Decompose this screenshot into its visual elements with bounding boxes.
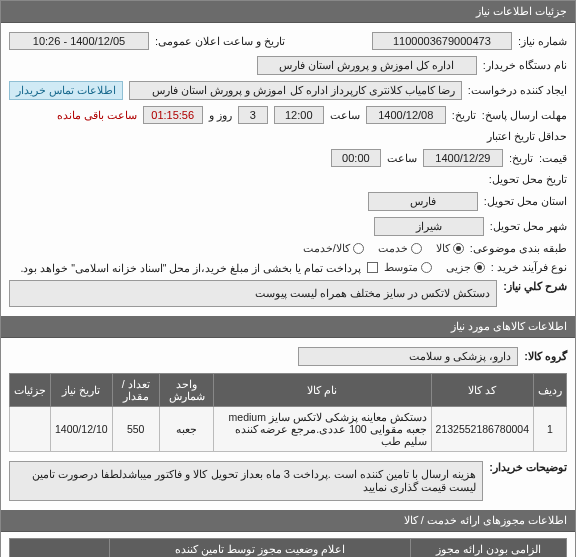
public-announce-value: 1400/12/05 - 10:26 [9, 32, 149, 50]
process-partial-radio[interactable]: جزیی [446, 261, 485, 274]
items-table: ردیف کد کالا نام کالا واحد شمارش تعداد /… [9, 373, 567, 452]
class-goods-radio[interactable]: کالا [436, 242, 464, 255]
response-days-value: 3 [238, 106, 268, 124]
table-row: 1 2132552186780004 دستکش معاینه پزشکی لا… [10, 407, 567, 452]
process-medium-radio[interactable]: متوسط [384, 261, 432, 274]
cell-date: 1400/12/10 [51, 407, 113, 452]
validity-time-value: 00:00 [331, 149, 381, 167]
treasury-note: پرداخت تمام یا بخشی از مبلغ خرید،از محل … [20, 262, 360, 274]
goods-group-label: گروه کالا: [524, 350, 567, 363]
details-section-header: جزئیات اطلاعات نیاز [1, 1, 575, 23]
radio-icon [411, 243, 422, 254]
requester-label: ایجاد کننده درخواست: [468, 84, 567, 97]
price-word-label: قیمت: [539, 152, 567, 165]
need-no-value: 1100003679000473 [372, 32, 512, 50]
cell-name: دستکش معاینه پزشکی لاتکس سایز medium جعب… [214, 407, 431, 452]
radio-icon [421, 262, 432, 273]
process-type-label: نوع فرآیند خرید : [491, 261, 567, 274]
need-no-label: شماره نیاز: [518, 35, 567, 48]
commodity-class-label: طبقه بندی موضوعی: [470, 242, 567, 255]
col-mandatory: الزامی بودن ارائه مجوز [411, 539, 567, 558]
treasury-checkbox[interactable] [367, 262, 378, 273]
date-word-1: تاریخ: [452, 109, 476, 122]
col-status: اعلام وضعیت مجوز توسط تامین کننده [110, 539, 411, 558]
remaining-label: ساعت باقی مانده [57, 109, 137, 122]
buyer-org-label: نام دستگاه خریدار: [483, 59, 567, 72]
permits-header-row: الزامی بودن ارائه مجوز اعلام وضعیت مجوز … [10, 539, 567, 558]
goods-group-value: دارو، پزشکی و سلامت [298, 347, 518, 366]
class-goods-label: کالا [436, 242, 450, 255]
col-code: کد کالا [431, 374, 533, 407]
buyer-contact-link[interactable]: اطلاعات تماس خریدار [9, 81, 123, 100]
time-word-2: ساعت [387, 152, 417, 165]
day-and-label: روز و [209, 109, 232, 122]
permits-table: الزامی بودن ارائه مجوز اعلام وضعیت مجوز … [9, 538, 567, 557]
items-body: گروه کالا: دارو، پزشکی و سلامت ردیف کد ک… [1, 338, 575, 510]
date-word-2: تاریخ: [509, 152, 533, 165]
cell-unit: جعبه [159, 407, 213, 452]
class-both-radio[interactable]: کالا/خدمت [303, 242, 364, 255]
need-title-label: شرح کلي نياز: [503, 280, 567, 293]
public-announce-label: تاریخ و ساعت اعلان عمومی: [155, 35, 285, 48]
class-both-label: کالا/خدمت [303, 242, 350, 255]
col-qty: تعداد / مقدار [112, 374, 159, 407]
buyer-org-value: اداره کل اموزش و پرورش استان فارس [257, 56, 477, 75]
response-time-value: 12:00 [274, 106, 324, 124]
process-partial-label: جزیی [446, 261, 471, 274]
radio-icon [353, 243, 364, 254]
requester-value: رضا کامیاب کلانتری کارپرداز اداره کل امو… [129, 81, 462, 100]
items-section-header: اطلاعات کالاهای مورد نیاز [1, 316, 575, 338]
time-word-1: ساعت [330, 109, 360, 122]
col-unit: واحد شمارش [159, 374, 213, 407]
process-type-group: جزیی متوسط [384, 261, 485, 274]
response-date-value: 1400/12/08 [366, 106, 446, 124]
radio-icon [453, 243, 464, 254]
table-header-row: ردیف کد کالا نام کالا واحد شمارش تعداد /… [10, 374, 567, 407]
permits-body: الزامی بودن ارائه مجوز اعلام وضعیت مجوز … [1, 532, 575, 557]
radio-icon [474, 262, 485, 273]
min-validity-label: حداقل تاریخ اعتبار [487, 130, 567, 143]
delivery-province-label: استان محل تحویل: [484, 195, 567, 208]
permits-section-header: اطلاعات مجوزهای ارائه خدمت / کالا [1, 510, 575, 532]
cell-qty: 550 [112, 407, 159, 452]
validity-date-value: 1400/12/29 [423, 149, 503, 167]
cell-idx: 1 [534, 407, 567, 452]
delivery-city-label: شهر محل تحویل: [490, 220, 567, 233]
col-row: ردیف [534, 374, 567, 407]
delivery-province-value: فارس [368, 192, 478, 211]
col-name: نام کالا [214, 374, 431, 407]
class-service-radio[interactable]: خدمت [378, 242, 422, 255]
process-medium-label: متوسط [384, 261, 418, 274]
class-service-label: خدمت [378, 242, 408, 255]
buyer-notes-value: هزینه ارسال با تامین کننده است .پرداخت 3… [9, 461, 483, 501]
remaining-time-value: 01:15:56 [143, 106, 203, 124]
col-details: جزئیات [10, 374, 51, 407]
commodity-class-group: کالا خدمت کالا/خدمت [303, 242, 464, 255]
need-title-value: دستکش لاتکس در سایز مختلف همراه لیست پیو… [9, 280, 497, 307]
main-panel: جزئیات اطلاعات نیاز شماره نیاز: 11000036… [0, 0, 576, 557]
delivery-city-value: شیراز [374, 217, 484, 236]
buyer-notes-label: توضیحات خریدار: [489, 461, 567, 474]
cell-details[interactable] [10, 407, 51, 452]
col-date: تاریخ نیاز [51, 374, 113, 407]
cell-code: 2132552186780004 [431, 407, 533, 452]
delivery-date-label: تاریخ محل تحویل: [489, 173, 567, 186]
response-deadline-label: مهلت ارسال پاسخ: [482, 109, 567, 122]
details-body: شماره نیاز: 1100003679000473 تاریخ و ساع… [1, 23, 575, 316]
